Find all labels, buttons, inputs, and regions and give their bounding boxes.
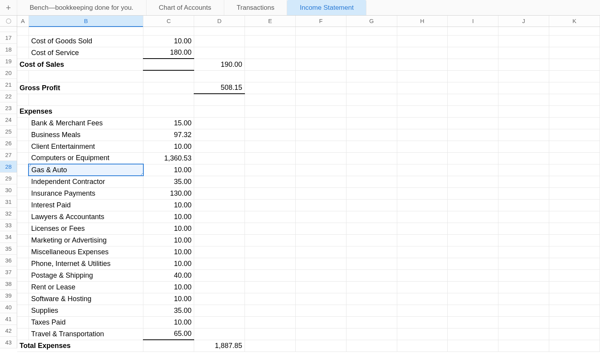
cell[interactable] [448,269,498,281]
cell[interactable] [549,164,600,176]
row-header-24[interactable]: 24 [0,114,17,126]
cell[interactable] [448,70,498,82]
cell[interactable] [295,258,346,269]
cell[interactable] [397,105,448,117]
cell[interactable] [549,35,600,47]
cell[interactable] [498,199,549,211]
row-header-30[interactable]: 30 [0,184,17,196]
col-header-C[interactable]: C [143,16,194,27]
cell[interactable] [245,70,296,82]
cell[interactable]: Insurance Payments [29,187,143,199]
cell[interactable] [498,316,549,328]
cell[interactable] [295,340,346,352]
cell[interactable] [245,164,296,176]
cell[interactable] [194,187,245,199]
cell[interactable] [397,82,448,94]
row-header-36[interactable]: 36 [0,255,17,266]
cell[interactable] [295,199,346,211]
row-header-25[interactable]: 25 [0,126,17,137]
cell[interactable] [29,70,143,82]
cell[interactable] [194,328,245,340]
cell[interactable] [498,269,549,281]
cell[interactable] [17,47,29,59]
cell[interactable] [549,141,600,152]
cell[interactable] [498,293,549,305]
cell[interactable] [397,211,448,223]
cell[interactable] [245,59,296,70]
cell[interactable] [143,27,194,35]
cell[interactable] [346,47,397,59]
cell[interactable] [549,223,600,234]
cell[interactable] [245,35,296,47]
cell[interactable]: Bank & Merchant Fees [29,117,143,129]
cell[interactable] [194,281,245,293]
cell[interactable] [17,164,29,176]
cell[interactable] [448,35,498,47]
cell[interactable] [448,94,498,105]
cell[interactable] [498,305,549,316]
sheet-tab-3[interactable]: Income Statement [287,0,366,15]
cell[interactable] [245,281,296,293]
cell[interactable] [17,246,29,258]
cell[interactable] [397,59,448,70]
cell[interactable] [549,27,600,35]
cell[interactable] [346,305,397,316]
sheet-tab-1[interactable]: Chart of Accounts [146,0,224,15]
cell[interactable] [143,340,194,352]
cell[interactable] [397,316,448,328]
cell[interactable] [549,305,600,316]
cell[interactable] [549,269,600,281]
cell[interactable] [397,141,448,152]
cell[interactable] [498,105,549,117]
cell[interactable] [498,70,549,82]
cell[interactable] [549,187,600,199]
cell[interactable] [448,211,498,223]
cell[interactable] [549,152,600,164]
cell[interactable] [397,187,448,199]
sheet-tab-2[interactable]: Transactions [224,0,288,15]
cell[interactable]: Marketing or Advertising [29,234,143,246]
cell[interactable] [498,340,549,352]
cell[interactable] [346,258,397,269]
cell[interactable] [397,328,448,340]
cell[interactable] [295,152,346,164]
cell[interactable] [194,176,245,187]
cell[interactable] [498,223,549,234]
cell[interactable] [397,152,448,164]
cell[interactable] [245,293,296,305]
row-header-38[interactable]: 38 [0,278,17,290]
cell[interactable] [245,27,296,35]
row-header-21[interactable]: 21 [0,79,17,91]
cell[interactable] [397,70,448,82]
row-header-23[interactable]: 23 [0,102,17,114]
cell[interactable] [448,59,498,70]
cell[interactable] [498,27,549,35]
cell[interactable] [17,328,29,340]
cell[interactable] [448,199,498,211]
cell[interactable] [346,199,397,211]
cell[interactable] [194,269,245,281]
select-all-corner[interactable] [0,16,17,27]
cell[interactable] [245,94,296,105]
cell[interactable] [295,47,346,59]
cell[interactable]: 10.00 [143,199,194,211]
row-header-22[interactable]: 22 [0,91,17,102]
cell[interactable] [397,269,448,281]
cell[interactable] [498,141,549,152]
cell[interactable] [295,246,346,258]
cell[interactable] [448,293,498,305]
cell[interactable] [549,316,600,328]
cell[interactable] [346,164,397,176]
cell[interactable] [17,234,29,246]
grid-table[interactable]: ABCDEFGHIJK Cost of SalesCost of Goods S… [17,16,600,352]
row-header-17[interactable]: 17 [0,32,17,44]
cell[interactable] [17,199,29,211]
cell[interactable] [549,176,600,187]
cell[interactable] [448,305,498,316]
col-header-H[interactable]: H [397,16,448,27]
cell[interactable] [549,234,600,246]
cell[interactable] [17,152,29,164]
col-header-B[interactable]: B [29,16,143,27]
row-header-41[interactable]: 41 [0,313,17,325]
cell[interactable] [194,293,245,305]
